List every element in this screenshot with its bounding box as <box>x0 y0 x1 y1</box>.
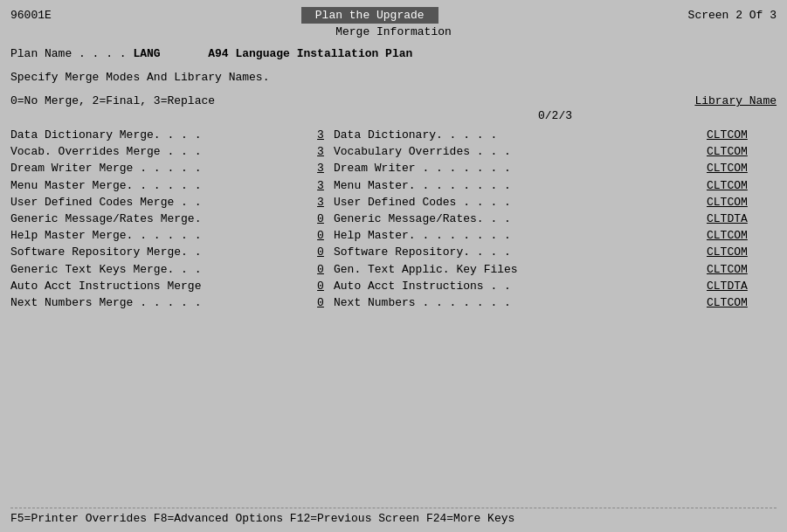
library-name-header: Library Name <box>694 94 777 107</box>
row-label: Dream Writer Merge . . . . . <box>10 161 307 176</box>
row-value[interactable]: 3 <box>307 178 334 194</box>
row-library[interactable]: CLTCOM <box>707 161 777 176</box>
row-value[interactable]: 0 <box>307 245 334 260</box>
main-screen: 96001E Plan the Upgrade Screen 2 Of 3 Me… <box>0 0 787 532</box>
row-value[interactable]: 3 <box>307 144 334 160</box>
row-library[interactable]: CLTCOM <box>707 245 777 260</box>
table-row: Help Master Merge. . . . . . 0 Help Mast… <box>10 228 777 244</box>
row-description: Generic Message/Rates. . . <box>334 211 707 227</box>
screen-title: Plan the Upgrade <box>301 7 438 24</box>
plan-name-value: LANG <box>133 47 160 60</box>
row-library[interactable]: CLTDTA <box>707 279 777 294</box>
row-description: Auto Acct Instructions . . <box>334 279 707 294</box>
row-description: Vocabulary Overrides . . . <box>334 144 707 160</box>
row-value[interactable]: 3 <box>307 195 334 211</box>
table-row: Next Numbers Merge . . . . . 0 Next Numb… <box>10 295 777 311</box>
row-label: Vocab. Overrides Merge . . . <box>10 144 307 160</box>
row-label: Help Master Merge. . . . . . <box>10 228 307 244</box>
row-label: Menu Master Merge. . . . . . <box>10 178 307 194</box>
row-library[interactable]: CLTCOM <box>707 144 777 160</box>
row-value[interactable]: 0 <box>307 295 334 311</box>
table-row: Generic Text Keys Merge. . . 0 Gen. Text… <box>10 262 777 278</box>
table-row: User Defined Codes Merge . . 3 User Defi… <box>10 195 777 211</box>
footer: F5=Printer Overrides F8=Advanced Options… <box>10 508 777 525</box>
data-rows: Data Dictionary Merge. . . . 3 Data Dict… <box>10 128 777 311</box>
row-library[interactable]: CLTDTA <box>707 211 777 227</box>
specify-label: Specify Merge Modes And Library Names. <box>10 71 777 84</box>
header-row: 96001E Plan the Upgrade Screen 2 Of 3 <box>10 7 777 24</box>
table-row: Menu Master Merge. . . . . . 3 Menu Mast… <box>10 178 777 194</box>
row-label: Generic Text Keys Merge. . . <box>10 262 307 278</box>
row-value[interactable]: 0 <box>307 228 334 244</box>
plan-description: A94 Language Installation Plan <box>208 47 412 60</box>
screen-id: 96001E <box>10 9 52 22</box>
row-library[interactable]: CLTCOM <box>707 195 777 211</box>
row-value[interactable]: 3 <box>307 161 334 176</box>
row-value[interactable]: 0 <box>307 211 334 227</box>
row-label: User Defined Codes Merge . . <box>10 195 307 211</box>
row-value[interactable]: 0 <box>307 279 334 294</box>
modes-label: 0=No Merge, 2=Final, 3=Replace <box>10 94 215 107</box>
row-library[interactable]: CLTCOM <box>707 128 777 143</box>
row-description: Software Repository. . . . <box>334 245 707 260</box>
default-values: 0/2/3 <box>334 109 777 122</box>
row-value[interactable]: 3 <box>307 128 334 143</box>
row-description: Menu Master. . . . . . . . <box>334 178 707 194</box>
table-row: Auto Acct Instructions Merge 0 Auto Acct… <box>10 279 777 294</box>
row-library[interactable]: CLTCOM <box>707 295 777 311</box>
plan-name-row: Plan Name . . . . LANG A94 Language Inst… <box>10 47 777 60</box>
table-row: Data Dictionary Merge. . . . 3 Data Dict… <box>10 128 777 143</box>
table-row: Software Repository Merge. . 0 Software … <box>10 245 777 260</box>
row-description: Help Master. . . . . . . . <box>334 228 707 244</box>
screen-number: Screen 2 Of 3 <box>688 9 777 22</box>
row-label: Auto Acct Instructions Merge <box>10 279 307 294</box>
row-description: Dream Writer . . . . . . . <box>334 161 707 176</box>
row-library[interactable]: CLTCOM <box>707 178 777 194</box>
row-library[interactable]: CLTCOM <box>707 228 777 244</box>
table-row: Vocab. Overrides Merge . . . 3 Vocabular… <box>10 144 777 160</box>
row-description: User Defined Codes . . . . <box>334 195 707 211</box>
row-label: Data Dictionary Merge. . . . <box>10 128 307 143</box>
row-description: Gen. Text Applic. Key Files <box>334 262 707 278</box>
row-description: Data Dictionary. . . . . <box>334 128 707 143</box>
row-label: Next Numbers Merge . . . . . <box>10 295 307 311</box>
row-label: Generic Message/Rates Merge. <box>10 211 307 227</box>
row-value[interactable]: 0 <box>307 262 334 278</box>
table-row: Generic Message/Rates Merge. 0 Generic M… <box>10 211 777 227</box>
row-description: Next Numbers . . . . . . . <box>334 295 707 311</box>
footer-keys: F5=Printer Overrides F8=Advanced Options… <box>10 512 777 525</box>
modes-row: 0=No Merge, 2=Final, 3=Replace Library N… <box>10 94 777 107</box>
plan-name-label: Plan Name . . . . <box>10 47 133 60</box>
subtitle: Merge Information <box>10 25 777 38</box>
row-label: Software Repository Merge. . <box>10 245 307 260</box>
table-row: Dream Writer Merge . . . . . 3 Dream Wri… <box>10 161 777 176</box>
row-library[interactable]: CLTCOM <box>707 262 777 278</box>
